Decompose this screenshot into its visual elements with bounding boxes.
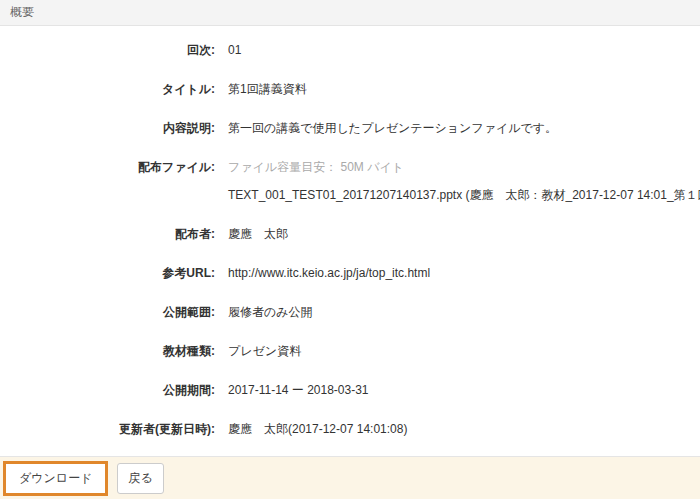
field-label: 内容説明: (0, 121, 215, 136)
file-size-hint: ファイル容量目安： 50M バイト (228, 160, 700, 175)
field-value: 履修者のみ公開 (215, 305, 700, 320)
field-value: 2017-11-14 ー 2018-03-31 (215, 383, 700, 398)
download-button[interactable]: ダウンロード (8, 466, 103, 491)
field-value: ファイル容量目安： 50M バイト TEXT_001_TEST01_201712… (215, 160, 700, 203)
field-row-title: タイトル: 第1回講義資料 (0, 82, 700, 97)
field-row-distributed-file: 配布ファイル: ファイル容量目安： 50M バイト TEXT_001_TEST0… (0, 160, 700, 203)
field-label: 配布ファイル: (0, 160, 215, 203)
field-label: 公開範囲: (0, 305, 215, 320)
field-row-distributor: 配布者: 慶應 太郎 (0, 227, 700, 242)
field-value: 第1回講義資料 (215, 82, 700, 97)
field-label: 更新者(更新日時): (0, 422, 215, 437)
footer-action-bar: ダウンロード 戻る (0, 456, 700, 499)
field-label: 配布者: (0, 227, 215, 242)
field-row-description: 内容説明: 第一回の講義で使用したプレゼンテーションファイルです。 (0, 121, 700, 136)
field-label: 回次: (0, 43, 215, 58)
field-label: 教材種類: (0, 344, 215, 359)
reference-url: http://www.itc.keio.ac.jp/ja/top_itc.htm… (215, 266, 700, 281)
page-title: 概要 (10, 4, 34, 21)
field-row-session: 回次: 01 (0, 43, 700, 58)
click-highlight-box: ダウンロード (3, 461, 108, 496)
field-value: 01 (215, 43, 700, 58)
field-value: プレゼン資料 (215, 344, 700, 359)
field-row-reference-url: 参考URL: http://www.itc.keio.ac.jp/ja/top_… (0, 266, 700, 281)
field-row-publish-scope: 公開範囲: 履修者のみ公開 (0, 305, 700, 320)
panel-header: 概要 (0, 0, 700, 26)
file-name: TEXT_001_TEST01_20171207140137.pptx (慶應 … (228, 188, 700, 203)
field-row-publish-period: 公開期間: 2017-11-14 ー 2018-03-31 (0, 383, 700, 398)
overview-page: 概要 回次: 01 タイトル: 第1回講義資料 内容説明: 第一回の講義で使用し… (0, 0, 700, 499)
field-value: 第一回の講義で使用したプレゼンテーションファイルです。 (215, 121, 700, 136)
field-row-updated-by: 更新者(更新日時): 慶應 太郎(2017-12-07 14:01:08) (0, 422, 700, 437)
field-label: 参考URL: (0, 266, 215, 281)
field-row-material-type: 教材種類: プレゼン資料 (0, 344, 700, 359)
details-form: 回次: 01 タイトル: 第1回講義資料 内容説明: 第一回の講義で使用したプレ… (0, 26, 700, 437)
field-label: 公開期間: (0, 383, 215, 398)
back-button[interactable]: 戻る (117, 463, 163, 494)
field-value: 慶應 太郎(2017-12-07 14:01:08) (215, 422, 700, 437)
field-label: タイトル: (0, 82, 215, 97)
field-value: 慶應 太郎 (215, 227, 700, 242)
